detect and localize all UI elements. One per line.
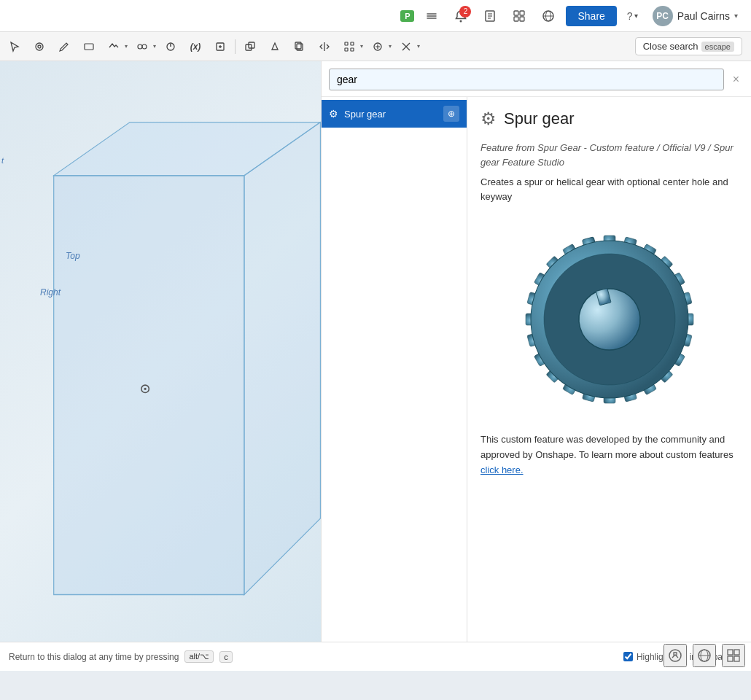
detail-description: Creates a spur or helical gear with opti… [480, 175, 738, 203]
user-chevron: ▾ [734, 12, 738, 20]
detail-community-text: This custom feature was developed by the… [480, 432, 738, 478]
shortcut-c: c [219, 651, 233, 663]
transform-tool-group[interactable]: ▾ [394, 36, 421, 58]
svg-marker-29 [54, 176, 244, 595]
gear-icon-small: ⚙ [329, 108, 338, 120]
main-content: Top Right t × ⚙ Spur gear ⊕ [0, 61, 751, 671]
top-nav: P 2 Share ? ▾ PC Paul Cairns ▾ [0, 0, 751, 32]
svg-rect-45 [728, 656, 733, 661]
svg-rect-5 [514, 11, 518, 15]
clear-search-button[interactable]: × [728, 71, 744, 88]
svg-marker-31 [244, 122, 321, 595]
svg-point-15 [138, 44, 142, 49]
perspective-button[interactable] [693, 644, 716, 667]
view-tool-group[interactable]: ▾ [102, 36, 129, 58]
svg-point-16 [142, 44, 147, 49]
svg-rect-44 [734, 650, 739, 655]
feature-arrow: ▾ [389, 43, 392, 50]
svg-rect-46 [734, 656, 739, 661]
viewport[interactable]: Top Right t [0, 61, 321, 671]
draft-tool[interactable] [263, 36, 287, 58]
detail-title: Spur gear [504, 109, 575, 128]
top-label: Top [66, 251, 80, 261]
search-input-row: × [322, 61, 751, 97]
grid-view-button[interactable] [722, 644, 745, 667]
search-input[interactable] [329, 69, 724, 90]
results-list: ⚙ Spur gear ⊕ [322, 97, 467, 671]
return-text: Return to this dialog at any time by pre… [9, 652, 179, 662]
feature-icon [367, 36, 388, 58]
bottom-bar: Return to this dialog at any time by pre… [0, 642, 751, 671]
svg-rect-8 [520, 17, 524, 21]
close-search-button[interactable]: Close search escape [635, 37, 742, 55]
help-arrow: ▾ [634, 12, 638, 20]
svg-rect-7 [514, 17, 518, 21]
toolbar-separator-1 [235, 39, 236, 54]
documents-button[interactable] [478, 4, 502, 28]
view-icon [104, 36, 124, 58]
detail-feature-source: Feature from Spur Gear - Custom feature … [480, 141, 738, 169]
detail-title-row: ⚙ Spur gear [480, 109, 738, 129]
svg-point-13 [38, 45, 41, 48]
boolean-tool[interactable] [238, 36, 262, 58]
globe-button[interactable] [537, 4, 560, 28]
search-panel: × ⚙ Spur gear ⊕ ⚙ Spur gear Feature [321, 61, 751, 671]
close-search-label: Close search [643, 41, 699, 52]
pattern-tool-group[interactable]: ▾ [338, 36, 365, 58]
rotate-tool[interactable] [28, 36, 51, 58]
assembly-tool-group[interactable]: ▾ [131, 36, 157, 58]
svg-point-0 [460, 20, 462, 22]
search-body: ⚙ Spur gear ⊕ ⚙ Spur gear Feature from S… [322, 97, 751, 671]
share-button[interactable]: Share [566, 6, 616, 26]
feature-tool-group[interactable]: ▾ [366, 36, 393, 58]
svg-point-33 [144, 388, 147, 390]
svg-rect-27 [351, 48, 354, 51]
svg-rect-24 [345, 42, 348, 45]
right-label: Right [40, 287, 61, 298]
svg-rect-22 [297, 44, 303, 50]
plane-tool[interactable] [77, 36, 101, 58]
copy-tool[interactable] [288, 36, 311, 58]
assembly-arrow: ▾ [153, 43, 156, 50]
variable-symbol: (x) [190, 42, 201, 52]
svg-rect-14 [85, 44, 93, 50]
svg-rect-43 [728, 650, 733, 655]
user-menu[interactable]: PC Paul Cairns ▾ [648, 3, 742, 29]
highlight-checkbox-input[interactable] [623, 652, 633, 661]
home-view-button[interactable] [664, 644, 687, 667]
toolbar: ▾ ▾ (x) ▾ ▾ ▾ [0, 32, 751, 61]
user-name: Paul Cairns [677, 10, 730, 22]
integrations-button[interactable] [420, 4, 443, 28]
result-item-actions: ⊕ [443, 106, 459, 122]
notification-count: 2 [459, 6, 471, 18]
custom-feature-tool[interactable] [209, 36, 232, 58]
sketch-tool[interactable] [52, 36, 76, 58]
svg-point-12 [36, 43, 43, 50]
notifications-badge[interactable]: 2 [449, 4, 472, 28]
variable-tool[interactable]: (x) [184, 36, 207, 58]
paragon-badge[interactable]: P [400, 10, 414, 22]
result-item-spur-gear[interactable]: ⚙ Spur gear ⊕ [322, 100, 467, 128]
bottom-right-icons [664, 644, 745, 667]
user-avatar: PC [653, 6, 673, 26]
select-tool[interactable] [3, 36, 26, 58]
svg-rect-26 [345, 48, 348, 51]
result-add-button[interactable]: ⊕ [443, 106, 459, 122]
detail-panel: ⚙ Spur gear Feature from Spur Gear - Cus… [467, 97, 751, 671]
result-item-label: Spur gear [344, 109, 386, 120]
grid-button[interactable] [507, 4, 531, 28]
transform-arrow: ▾ [417, 43, 420, 50]
svg-point-39 [669, 650, 681, 661]
pattern-icon [339, 36, 359, 58]
escape-badge: escape [701, 42, 734, 52]
measure-tool[interactable] [159, 36, 182, 58]
detail-gear-icon: ⚙ [480, 109, 497, 129]
detail-link[interactable]: click here. [480, 464, 524, 475]
transform-icon [396, 36, 416, 58]
help-button[interactable]: ? ▾ [623, 7, 642, 25]
front-label: t [1, 156, 4, 165]
svg-rect-23 [295, 42, 301, 49]
mirror-tool[interactable] [313, 36, 336, 58]
assembly-icon [132, 36, 152, 58]
gear-svg [507, 214, 712, 418]
